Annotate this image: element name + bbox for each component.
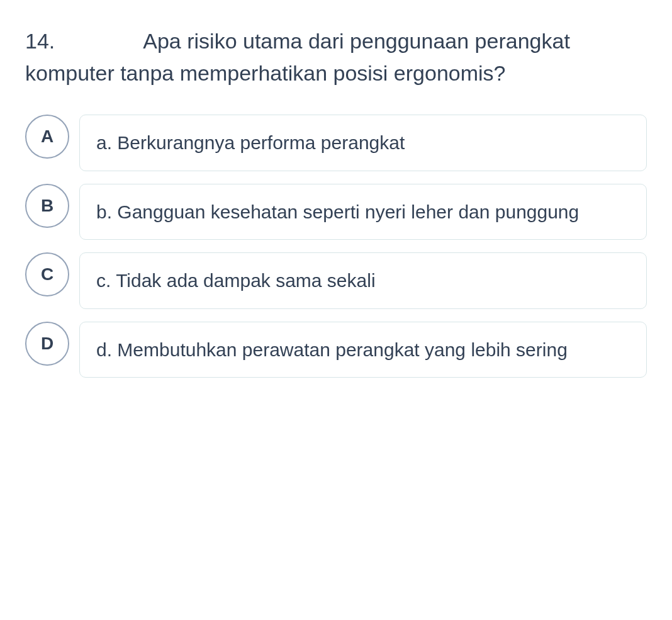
option-b[interactable]: B b. Gangguan kesehatan seperti nyeri le… (25, 184, 647, 240)
option-text-d[interactable]: d. Membutuhkan perawatan perangkat yang … (79, 322, 647, 378)
option-letter-b[interactable]: B (25, 184, 69, 228)
options-list: A a. Berkurangnya performa perangkat B b… (25, 115, 647, 378)
question-number: 14. (25, 25, 55, 57)
option-text-a[interactable]: a. Berkurangnya performa perangkat (79, 115, 647, 171)
option-d[interactable]: D d. Membutuhkan perawatan perangkat yan… (25, 322, 647, 378)
option-text-c[interactable]: c. Tidak ada dampak sama sekali (79, 252, 647, 309)
option-letter-a[interactable]: A (25, 115, 69, 159)
question-body: Apa risiko utama dari penggunaan perangk… (25, 29, 570, 85)
question-text: 14.Apa risiko utama dari penggunaan pera… (25, 25, 647, 89)
question-block: 14.Apa risiko utama dari penggunaan pera… (25, 25, 647, 89)
option-c[interactable]: C c. Tidak ada dampak sama sekali (25, 252, 647, 309)
option-letter-d[interactable]: D (25, 322, 69, 366)
option-a[interactable]: A a. Berkurangnya performa perangkat (25, 115, 647, 171)
option-text-b[interactable]: b. Gangguan kesehatan seperti nyeri lehe… (79, 184, 647, 240)
option-letter-c[interactable]: C (25, 252, 69, 296)
